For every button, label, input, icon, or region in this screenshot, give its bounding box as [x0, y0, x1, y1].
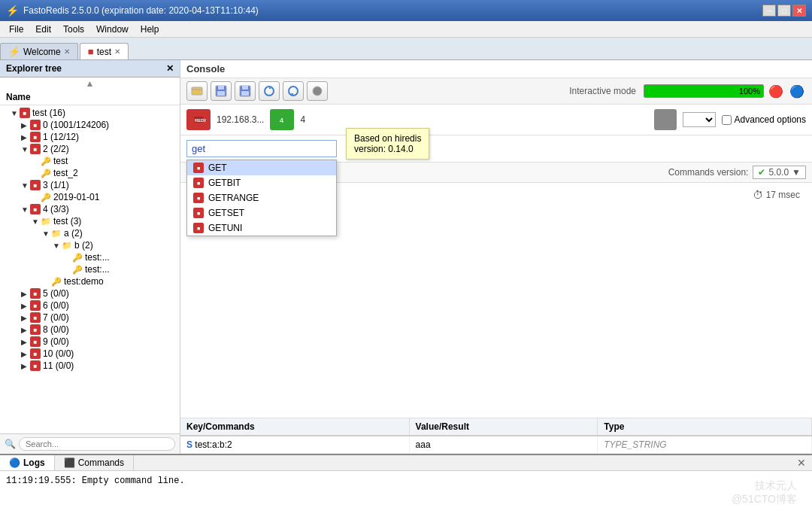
ac-icon-getset: ■	[193, 208, 204, 218]
command-input[interactable]	[186, 140, 337, 157]
tree-item-4-test[interactable]: ▼ 📁 test (3)	[0, 215, 180, 227]
toggle-10[interactable]: ▶	[21, 350, 30, 358]
close-button[interactable]: ✕	[792, 5, 806, 17]
tree-item-11[interactable]: ▶ ■ 11 (0/0)	[0, 360, 180, 372]
svg-text:4: 4	[280, 117, 283, 124]
ac-label-getuni: GETUNI	[208, 223, 242, 233]
tree-item-6[interactable]: ▶ ■ 6 (0/0)	[0, 299, 180, 312]
tree-item-2-test[interactable]: 🔑 test	[0, 155, 180, 167]
table-row[interactable]: S test:a:b:2 aaa TYPE_STRING	[180, 436, 812, 454]
version-dropdown-icon[interactable]: ▼	[792, 167, 801, 178]
toggle-4-b[interactable]: ▼	[53, 242, 62, 250]
subfolder-icon-4a: 📁	[51, 229, 62, 239]
col-header-key: Key/Commands	[180, 418, 409, 436]
tree-item-2-test2[interactable]: 🔑 test_2	[0, 167, 180, 179]
table-header-row: Key/Commands Value/Result Type	[180, 418, 812, 436]
tree-item-10[interactable]: ▶ ■ 10 (0/0)	[0, 348, 180, 360]
label-10: 10 (0/0)	[43, 348, 74, 359]
commands-tab-label: Commands	[78, 458, 124, 468]
folder-icon-10: ■	[30, 348, 41, 359]
tree-item-8[interactable]: ▶ ■ 8 (0/0)	[0, 324, 180, 336]
label-5: 5 (0/0)	[43, 288, 69, 299]
refresh1-button[interactable]	[259, 81, 280, 101]
tree-item-5[interactable]: ▶ ■ 5 (0/0)	[0, 287, 180, 299]
sidebar-header: Explorer tree ✕	[0, 60, 180, 78]
toggle-3[interactable]: ▼	[21, 181, 30, 190]
label-testdemo: test:demo	[64, 276, 104, 287]
scroll-up-button[interactable]: ▲	[0, 78, 180, 90]
tree-item-7[interactable]: ▶ ■ 7 (0/0)	[0, 312, 180, 324]
toggle-4-a[interactable]: ▼	[42, 230, 51, 238]
menu-window[interactable]: Window	[90, 23, 135, 36]
refresh2-button[interactable]	[283, 81, 304, 101]
tree-item-3-2019[interactable]: 🔑 2019-01-01	[0, 191, 180, 203]
tree-item-9[interactable]: ▶ ■ 9 (0/0)	[0, 336, 180, 348]
minimize-button[interactable]: ─	[762, 5, 776, 17]
open-button[interactable]	[186, 81, 208, 101]
tree-item-3[interactable]: ▼ ■ 3 (1/1)	[0, 179, 180, 191]
logs-tab[interactable]: 🔵 Logs	[0, 455, 55, 470]
tree-item-4-b[interactable]: ▼ 📁 b (2)	[0, 239, 180, 251]
sidebar: Explorer tree ✕ ▲ Name ▼ ■ test (16)	[0, 60, 180, 454]
tree-item-0[interactable]: ▶ ■ 0 (1001/124206)	[0, 119, 180, 131]
sidebar-title: Explorer tree	[6, 63, 62, 74]
logs-close-button[interactable]: ✕	[791, 455, 812, 470]
tab-test[interactable]: ■ test ✕	[80, 43, 129, 59]
connection-redis-icon: REDIS	[186, 109, 211, 130]
autocomplete-item-getrange[interactable]: ■ GETRANGE	[187, 190, 336, 205]
row-key-value: test:a:b:2	[195, 439, 232, 450]
tree-item-4-a[interactable]: ▼ 📁 a (2)	[0, 227, 180, 239]
ac-icon-get: ■	[193, 163, 204, 173]
toggle-4[interactable]: ▼	[21, 205, 30, 214]
toggle-4-test[interactable]: ▼	[32, 217, 41, 226]
key-icon-testdemo: 🔑	[51, 277, 62, 287]
folder-icon-6: ■	[30, 300, 41, 311]
toggle-9[interactable]: ▶	[21, 338, 30, 346]
welcome-tab-close[interactable]: ✕	[64, 47, 70, 56]
info-icon-btn[interactable]: 🔵	[788, 82, 806, 100]
tree-item-4-testdemo[interactable]: 🔑 test:demo	[0, 275, 180, 287]
save2-button[interactable]	[235, 81, 256, 101]
connection-dropdown[interactable]	[683, 112, 716, 127]
tree-root[interactable]: ▼ ■ test (16)	[0, 107, 180, 119]
toggle-2[interactable]: ▼	[21, 145, 30, 154]
tree-item-4[interactable]: ▼ ■ 4 (3/3)	[0, 203, 180, 215]
subfolder-icon-4b: 📁	[62, 241, 72, 251]
tree-item-4-b-k2[interactable]: 🔑 test:...	[0, 263, 180, 275]
menu-help[interactable]: Help	[135, 23, 165, 36]
menu-edit[interactable]: Edit	[29, 23, 57, 36]
toggle-11[interactable]: ▶	[21, 362, 30, 370]
toggle-1[interactable]: ▶	[21, 133, 30, 141]
root-toggle[interactable]: ▼	[11, 109, 20, 117]
commands-tab[interactable]: ⬛ Commands	[55, 455, 134, 470]
toggle-0[interactable]: ▶	[21, 121, 30, 129]
tree-item-1[interactable]: ▶ ■ 1 (12/12)	[0, 131, 180, 143]
logs-tab-label: Logs	[23, 458, 45, 468]
advanced-options-checkbox[interactable]	[722, 115, 732, 125]
tab-welcome[interactable]: ⚡ Welcome ✕	[0, 43, 78, 59]
toggle-6[interactable]: ▶	[21, 302, 30, 310]
test-tab-close[interactable]: ✕	[114, 47, 120, 56]
version-badge[interactable]: ✔ 5.0.0 ▼	[753, 166, 806, 179]
menu-bar: File Edit Tools Window Help	[0, 21, 812, 38]
sidebar-close-button[interactable]: ✕	[166, 63, 174, 74]
menu-file[interactable]: File	[3, 23, 29, 36]
toggle-5[interactable]: ▶	[21, 290, 30, 298]
version-value: 5.0.0	[768, 167, 789, 178]
search-input[interactable]	[19, 437, 175, 451]
save1-button[interactable]	[211, 81, 232, 101]
tree-item-2[interactable]: ▼ ■ 2 (2/2)	[0, 143, 180, 155]
advanced-options-label[interactable]: Advanced options	[722, 114, 806, 125]
autocomplete-item-getuni[interactable]: ■ GETUNI	[187, 220, 336, 236]
stop-button[interactable]	[307, 81, 328, 101]
tree-item-4-b-k1[interactable]: 🔑 test:...	[0, 251, 180, 263]
autocomplete-item-getset[interactable]: ■ GETSET	[187, 205, 336, 220]
menu-tools[interactable]: Tools	[57, 23, 90, 36]
maximize-button[interactable]: □	[777, 5, 791, 17]
toggle-7[interactable]: ▶	[21, 314, 30, 322]
autocomplete-item-getbit[interactable]: ■ GETBIT	[187, 175, 336, 190]
autocomplete-item-get[interactable]: ■ GET	[187, 160, 336, 175]
toggle-8[interactable]: ▶	[21, 326, 30, 334]
warning-icon-btn[interactable]: 🔴	[767, 82, 785, 100]
key-icon-4bk1: 🔑	[72, 253, 83, 263]
